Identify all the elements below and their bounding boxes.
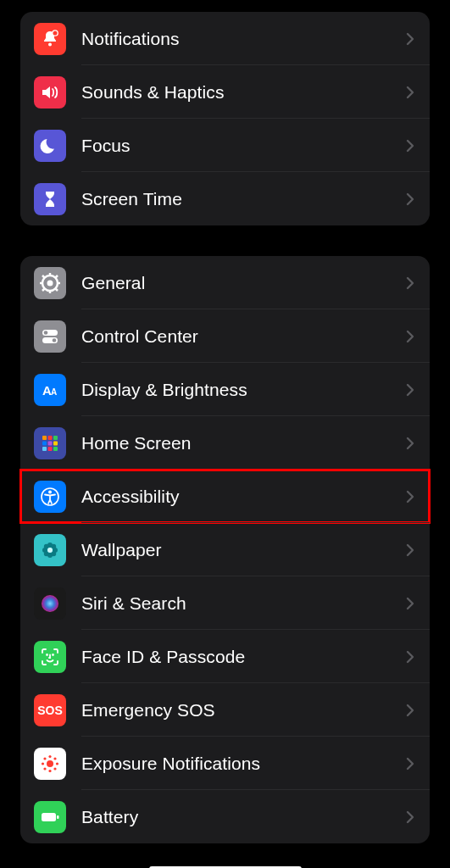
chevron-right-icon — [406, 597, 414, 610]
svg-point-47 — [43, 757, 46, 760]
svg-rect-22 — [48, 441, 53, 445]
chevron-right-icon — [406, 650, 414, 664]
chevron-right-icon — [406, 86, 414, 99]
svg-rect-20 — [53, 436, 58, 440]
svg-line-9 — [55, 288, 58, 291]
svg-line-11 — [55, 275, 58, 278]
svg-point-1 — [53, 30, 58, 35]
svg-point-37 — [47, 548, 53, 553]
bell-badge-icon — [34, 23, 66, 55]
settings-row-notifications[interactable]: Notifications — [20, 12, 430, 65]
settings-row-general[interactable]: General — [20, 256, 430, 309]
svg-text:SOS: SOS — [37, 704, 63, 717]
chevron-right-icon — [406, 139, 414, 153]
settings-row-label: Display & Brightness — [81, 380, 406, 400]
chevron-right-icon — [406, 437, 414, 450]
exposure-icon — [34, 748, 66, 780]
svg-point-48 — [53, 757, 56, 760]
app-grid-icon — [34, 427, 66, 459]
settings-row-face-id-passcode[interactable]: Face ID & Passcode — [20, 630, 430, 683]
svg-point-0 — [48, 42, 52, 46]
svg-rect-21 — [42, 441, 47, 445]
speaker-icon — [34, 76, 66, 108]
settings-row-label: Home Screen — [81, 433, 406, 453]
svg-rect-51 — [42, 813, 56, 821]
svg-rect-26 — [53, 447, 58, 451]
chevron-right-icon — [406, 810, 414, 824]
battery-icon — [34, 801, 66, 833]
svg-rect-18 — [42, 436, 47, 440]
settings-row-sounds-haptics[interactable]: Sounds & Haptics — [20, 65, 430, 119]
settings-group: NotificationsSounds & HapticsFocusScreen… — [20, 12, 430, 225]
svg-point-49 — [43, 767, 46, 770]
svg-point-45 — [42, 762, 44, 765]
chevron-right-icon — [406, 383, 414, 397]
settings-screen: NotificationsSounds & HapticsFocusScreen… — [0, 12, 450, 868]
settings-row-focus[interactable]: Focus — [20, 119, 430, 172]
svg-rect-19 — [48, 436, 53, 440]
svg-line-8 — [42, 275, 45, 278]
moon-icon — [34, 130, 66, 162]
svg-point-15 — [53, 338, 57, 342]
svg-point-40 — [53, 654, 53, 655]
chevron-right-icon — [406, 32, 414, 46]
svg-point-42 — [47, 760, 53, 767]
settings-row-label: Siri & Search — [81, 593, 406, 614]
settings-row-label: Emergency SOS — [81, 700, 406, 721]
settings-row-accessibility[interactable]: Accessibility — [20, 470, 430, 523]
settings-row-label: Screen Time — [81, 189, 406, 209]
settings-row-siri-search[interactable]: Siri & Search — [20, 576, 430, 630]
sos-icon: SOS — [34, 694, 66, 726]
settings-row-wallpaper[interactable]: Wallpaper — [20, 523, 430, 576]
settings-row-exposure-notifications[interactable]: Exposure Notifications — [20, 737, 430, 790]
svg-point-3 — [47, 280, 53, 286]
settings-row-display-brightness[interactable]: AADisplay & Brightness — [20, 363, 430, 416]
svg-point-38 — [42, 595, 58, 612]
svg-point-44 — [48, 769, 51, 771]
face-id-icon — [34, 641, 66, 673]
settings-row-battery[interactable]: Battery — [20, 790, 430, 843]
settings-row-label: Face ID & Passcode — [81, 647, 406, 667]
toggles-icon — [34, 320, 66, 353]
settings-group: GeneralControl CenterAADisplay & Brightn… — [20, 256, 430, 843]
settings-row-control-center[interactable]: Control Center — [20, 309, 430, 363]
settings-row-screen-time[interactable]: Screen Time — [20, 172, 430, 225]
settings-row-emergency-sos[interactable]: SOSEmergency SOS — [20, 683, 430, 737]
settings-row-label: Focus — [81, 136, 406, 156]
svg-point-46 — [56, 762, 58, 765]
settings-row-label: Wallpaper — [81, 540, 406, 560]
svg-rect-52 — [57, 815, 59, 819]
settings-row-label: Accessibility — [81, 487, 406, 507]
settings-row-label: Exposure Notifications — [81, 754, 406, 774]
gear-icon — [34, 267, 66, 299]
settings-row-label: Notifications — [81, 29, 406, 49]
settings-row-label: Control Center — [81, 326, 406, 347]
svg-point-50 — [53, 767, 56, 770]
chevron-right-icon — [406, 490, 414, 504]
svg-rect-24 — [42, 447, 47, 451]
chevron-right-icon — [406, 192, 414, 206]
chevron-right-icon — [406, 276, 414, 290]
svg-point-13 — [44, 331, 48, 335]
svg-point-39 — [47, 654, 47, 655]
flower-icon — [34, 534, 66, 566]
chevron-right-icon — [406, 543, 414, 557]
siri-icon — [34, 587, 66, 620]
settings-row-label: Sounds & Haptics — [81, 82, 406, 103]
settings-row-label: Battery — [81, 807, 406, 827]
svg-line-10 — [42, 288, 45, 291]
separator — [81, 522, 430, 523]
svg-rect-23 — [53, 441, 58, 445]
chevron-right-icon — [406, 757, 414, 771]
svg-point-28 — [48, 490, 52, 493]
chevron-right-icon — [406, 704, 414, 717]
settings-row-label: General — [81, 273, 406, 293]
text-size-icon: AA — [34, 374, 66, 406]
hourglass-icon — [34, 183, 66, 215]
svg-point-43 — [48, 754, 51, 757]
accessibility-icon — [34, 481, 66, 513]
svg-rect-25 — [48, 447, 53, 451]
svg-text:A: A — [51, 387, 57, 397]
chevron-right-icon — [406, 330, 414, 343]
settings-row-home-screen[interactable]: Home Screen — [20, 416, 430, 470]
